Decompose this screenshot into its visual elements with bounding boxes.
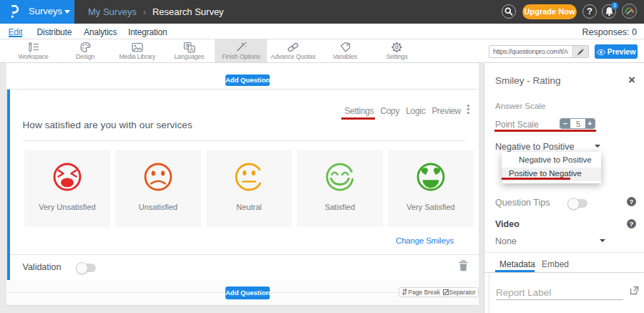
svg-text:A: A [190,47,193,52]
